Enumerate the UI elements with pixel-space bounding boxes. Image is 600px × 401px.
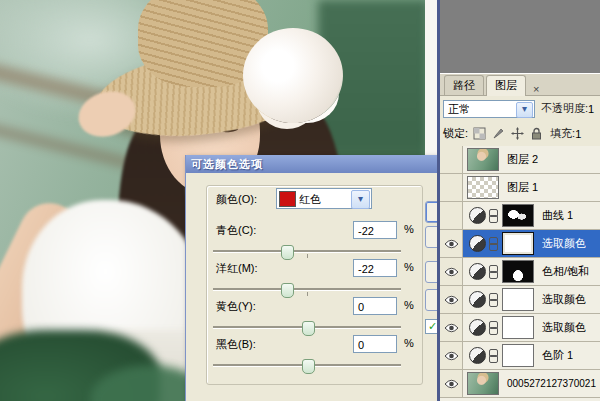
color-row: 颜色(O): 红色 ▾ [186,190,438,210]
opacity-value[interactable]: 1 [588,103,594,115]
layer-mask-thumbnail[interactable] [502,204,534,227]
black-value-input[interactable]: 0 [353,335,397,353]
yellow-slider-thumb[interactable] [302,321,315,336]
chevron-down-icon[interactable]: ▾ [351,190,370,209]
color-dropdown-value: 红色 [299,192,321,207]
chevron-down-icon[interactable]: ▾ [516,102,533,118]
layer-row[interactable]: 图层 2 [440,146,600,174]
lock-transparency-icon[interactable] [471,126,487,141]
tab-paths[interactable]: 路径 [444,75,484,95]
black-percent: % [404,337,414,349]
visibility-toggle[interactable] [440,286,463,313]
visibility-toggle[interactable] [440,174,463,201]
layer-row[interactable]: 色相/饱和 [440,258,600,286]
magenta-label: 洋红(M): [216,261,258,276]
layer-name[interactable]: 色阶 1 [542,348,573,363]
slider-track [213,288,401,291]
magenta-value-input[interactable]: -22 [353,259,397,277]
layer-name[interactable]: 曲线 1 [542,208,573,223]
visibility-toggle[interactable] [440,314,463,341]
yellow-value-input[interactable]: 0 [353,297,397,315]
link-icon [489,209,498,223]
layer-row[interactable]: 0005272127370021 [440,370,600,398]
selective-color-dialog: 可选颜色选项 颜色(O): 红色 ▾ 青色(C): -22 % 洋红(M): -… [185,155,439,401]
layer-row[interactable]: 曲线 1 [440,202,600,230]
layer-mask-thumbnail[interactable] [502,288,534,311]
photo-white-flower [243,28,343,123]
visibility-toggle[interactable] [440,342,463,369]
layer-mask-thumbnail[interactable] [502,344,534,367]
adjustment-layer-icon [469,263,486,280]
yellow-row: 黄色(Y): 0 % [186,297,438,317]
lock-row: 锁定: 填充: 1 [440,121,600,147]
magenta-percent: % [404,261,414,273]
red-color-swatch [279,191,296,207]
palette-tab-bar: 路径 图层 × [440,74,600,96]
fill-value[interactable]: 1 [575,128,581,140]
adjustment-layer-icon [469,347,486,364]
color-dropdown[interactable]: 红色 ▾ [276,188,372,209]
blend-mode-value: 正常 [448,103,470,115]
cyan-percent: % [404,223,414,235]
layer-name[interactable]: 选取颜色 [542,236,586,251]
black-row: 黑色(B): 0 % [186,335,438,355]
visibility-toggle[interactable] [440,146,463,173]
layer-thumbnail[interactable] [467,176,499,199]
black-slider[interactable] [213,359,401,371]
opacity-label: 不透明度: [541,101,588,116]
lock-all-icon[interactable] [528,126,544,141]
blend-mode-row: 正常 ▾ 不透明度: 1 [440,96,600,121]
layer-row[interactable]: 图层 1 [440,174,600,202]
cyan-slider-thumb[interactable] [281,245,294,260]
magenta-slider[interactable] [213,283,401,295]
close-icon[interactable]: × [530,83,542,95]
yellow-label: 黄色(Y): [216,299,256,314]
layer-row[interactable]: 选取颜色 [440,286,600,314]
layer-name[interactable]: 图层 2 [507,152,538,167]
fill-label: 填充: [550,126,575,141]
color-label: 颜色(O): [216,192,257,207]
black-slider-thumb[interactable] [302,359,315,374]
layer-thumbnail[interactable] [467,148,499,171]
link-icon [489,293,498,307]
cyan-slider[interactable] [213,245,401,257]
layer-row[interactable]: 选取颜色 [440,314,600,342]
adjustment-layer-icon [469,207,486,224]
layer-name[interactable]: 选取颜色 [542,292,586,307]
layer-list: 图层 2 图层 1 曲线 1 [440,146,600,401]
layer-row[interactable]: 色阶 1 [440,342,600,370]
adjustment-layer-icon [469,319,486,336]
layer-mask-thumbnail[interactable] [502,232,534,255]
layer-name[interactable]: 图层 1 [507,180,538,195]
layer-mask-thumbnail[interactable] [502,260,534,283]
lock-paint-icon[interactable] [490,126,506,141]
layer-row-selected[interactable]: 选取颜色 [440,230,600,258]
visibility-toggle[interactable] [440,370,463,397]
cyan-row: 青色(C): -22 % [186,221,438,241]
layer-name[interactable]: 选取颜色 [542,320,586,335]
link-icon [489,349,498,363]
black-label: 黑色(B): [216,337,256,352]
magenta-slider-thumb[interactable] [281,283,294,298]
layer-name[interactable]: 0005272127370021 [507,378,596,389]
visibility-toggle[interactable] [440,230,463,257]
dialog-title-bar[interactable]: 可选颜色选项 [186,155,438,173]
cyan-value-input[interactable]: -22 [353,221,397,239]
lock-position-icon[interactable] [509,126,525,141]
layer-name[interactable]: 色相/饱和 [542,264,589,279]
visibility-toggle[interactable] [440,202,463,229]
yellow-slider[interactable] [213,321,401,333]
magenta-row: 洋红(M): -22 % [186,259,438,279]
palette-dock: 路径 图层 × 正常 ▾ 不透明度: 1 锁定: [437,0,600,401]
tab-layers[interactable]: 图层 [486,75,526,96]
blend-mode-select[interactable]: 正常 ▾ [443,100,535,118]
layer-mask-thumbnail[interactable] [502,316,534,339]
layer-thumbnail[interactable] [467,372,499,395]
adjustment-layer-icon [469,291,486,308]
lock-label: 锁定: [443,126,468,141]
visibility-toggle[interactable] [440,258,463,285]
adjustment-layer-icon [469,235,486,252]
photoshop-window: 可选颜色选项 颜色(O): 红色 ▾ 青色(C): -22 % 洋红(M): -… [0,0,600,401]
slider-track [213,250,401,253]
link-icon [489,237,498,251]
